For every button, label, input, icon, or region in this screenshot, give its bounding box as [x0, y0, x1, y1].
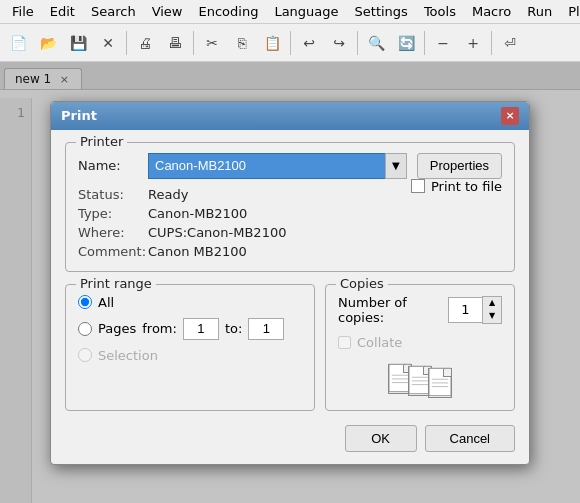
type-label: Type: — [78, 206, 148, 221]
undo-button[interactable]: ↩ — [295, 29, 323, 57]
menu-language[interactable]: Language — [266, 2, 346, 21]
copies-group: Copies Number of copies: 1 ▲ ▼ — [325, 284, 515, 411]
copies-pages-icons — [338, 360, 502, 398]
copies-spinbox: 1 ▲ ▼ — [448, 296, 502, 324]
zoom-out-button[interactable]: − — [429, 29, 457, 57]
pages-label: Pages — [98, 321, 136, 336]
print-to-file-area: Print to file — [411, 179, 502, 194]
dialog-overlay: Print × Printer Name: ▼ Properties — [0, 62, 580, 503]
to-label: to: — [225, 321, 242, 336]
dialog-title: Print — [61, 108, 97, 123]
find-button[interactable]: 🔍 — [362, 29, 390, 57]
close-button[interactable]: ✕ — [94, 29, 122, 57]
dialog-body: Printer Name: ▼ Properties Print to f — [51, 130, 529, 464]
printer-dropdown-btn[interactable]: ▼ — [385, 153, 407, 179]
spin-down-btn[interactable]: ▼ — [483, 310, 501, 323]
sep5 — [424, 31, 425, 55]
save-button[interactable]: 💾 — [64, 29, 92, 57]
dialog-buttons: OK Cancel — [65, 421, 515, 454]
print-dialog: Print × Printer Name: ▼ Properties — [50, 101, 530, 465]
print-to-file-label: Print to file — [431, 179, 502, 194]
bottom-row: Print range All Pages from: to: — [65, 284, 515, 421]
all-radio-row: All — [78, 295, 302, 310]
menu-run[interactable]: Run — [519, 2, 560, 21]
menu-settings[interactable]: Settings — [347, 2, 416, 21]
copies-group-label: Copies — [336, 276, 388, 291]
to-input[interactable] — [248, 318, 284, 340]
sep4 — [357, 31, 358, 55]
from-label: from: — [142, 321, 177, 336]
menu-search[interactable]: Search — [83, 2, 144, 21]
new-button[interactable]: 📄 — [4, 29, 32, 57]
print-preview-button[interactable]: 🖶 — [161, 29, 189, 57]
printer-name-input[interactable] — [148, 153, 385, 179]
dropdown-arrow-icon: ▼ — [392, 160, 400, 171]
menu-macro[interactable]: Macro — [464, 2, 519, 21]
menu-plugins[interactable]: Plugins — [560, 2, 580, 21]
sep3 — [290, 31, 291, 55]
ok-button[interactable]: OK — [345, 425, 417, 452]
name-label: Name: — [78, 158, 148, 173]
menubar: File Edit Search View Encoding Language … — [0, 0, 580, 24]
sep1 — [126, 31, 127, 55]
page-icon-3 — [428, 368, 452, 398]
comment-label: Comment: — [78, 244, 148, 259]
zoom-in-button[interactable]: + — [459, 29, 487, 57]
paste-button[interactable]: 📋 — [258, 29, 286, 57]
selection-row: Selection — [78, 348, 302, 363]
spin-up-btn[interactable]: ▲ — [483, 297, 501, 310]
redo-button[interactable]: ↪ — [325, 29, 353, 57]
collate-checkbox — [338, 336, 351, 349]
where-label: Where: — [78, 225, 148, 240]
pages-row: Pages from: to: — [78, 318, 302, 340]
dialog-titlebar: Print × — [51, 102, 529, 130]
menu-edit[interactable]: Edit — [42, 2, 83, 21]
open-button[interactable]: 📂 — [34, 29, 62, 57]
pages-radio[interactable] — [78, 322, 92, 336]
printer-group-label: Printer — [76, 134, 127, 149]
status-label: Status: — [78, 187, 148, 202]
type-value: Canon-MB2100 — [148, 206, 379, 221]
sep6 — [491, 31, 492, 55]
dialog-close-button[interactable]: × — [501, 107, 519, 125]
print-button[interactable]: 🖨 — [131, 29, 159, 57]
copies-row: Number of copies: 1 ▲ ▼ — [338, 295, 502, 325]
menu-view[interactable]: View — [144, 2, 191, 21]
replace-button[interactable]: 🔄 — [392, 29, 420, 57]
toolbar: 📄 📂 💾 ✕ 🖨 🖶 ✂ ⎘ 📋 ↩ ↪ 🔍 🔄 − + ⏎ — [0, 24, 580, 62]
cut-button[interactable]: ✂ — [198, 29, 226, 57]
menu-file[interactable]: File — [4, 2, 42, 21]
printer-group: Printer Name: ▼ Properties Print to f — [65, 142, 515, 272]
svg-rect-10 — [429, 368, 451, 396]
sep2 — [193, 31, 194, 55]
selection-label: Selection — [98, 348, 158, 363]
wrap-button[interactable]: ⏎ — [496, 29, 524, 57]
svg-marker-11 — [445, 368, 451, 374]
copy-button[interactable]: ⎘ — [228, 29, 256, 57]
number-of-copies-label: Number of copies: — [338, 295, 440, 325]
status-value: Ready — [148, 187, 379, 202]
collate-row: Collate — [338, 335, 502, 350]
spin-btns: ▲ ▼ — [482, 296, 502, 324]
printer-info-grid: Status: Ready Type: Canon-MB2100 Where: … — [78, 187, 502, 259]
cancel-button[interactable]: Cancel — [425, 425, 515, 452]
printer-name-select: ▼ — [148, 153, 407, 179]
menu-encoding[interactable]: Encoding — [190, 2, 266, 21]
print-to-file-checkbox[interactable] — [411, 179, 425, 193]
print-range-group: Print range All Pages from: to: — [65, 284, 315, 411]
copies-value: 1 — [448, 297, 482, 323]
where-value: CUPS:Canon-MB2100 — [148, 225, 379, 240]
from-input[interactable] — [183, 318, 219, 340]
all-radio[interactable] — [78, 295, 92, 309]
properties-button[interactable]: Properties — [417, 153, 502, 179]
comment-value: Canon MB2100 — [148, 244, 379, 259]
menu-tools[interactable]: Tools — [416, 2, 464, 21]
print-range-label: Print range — [76, 276, 156, 291]
collate-label: Collate — [357, 335, 402, 350]
all-label: All — [98, 295, 114, 310]
printer-name-row: Name: ▼ Properties — [78, 153, 502, 179]
selection-radio — [78, 348, 92, 362]
